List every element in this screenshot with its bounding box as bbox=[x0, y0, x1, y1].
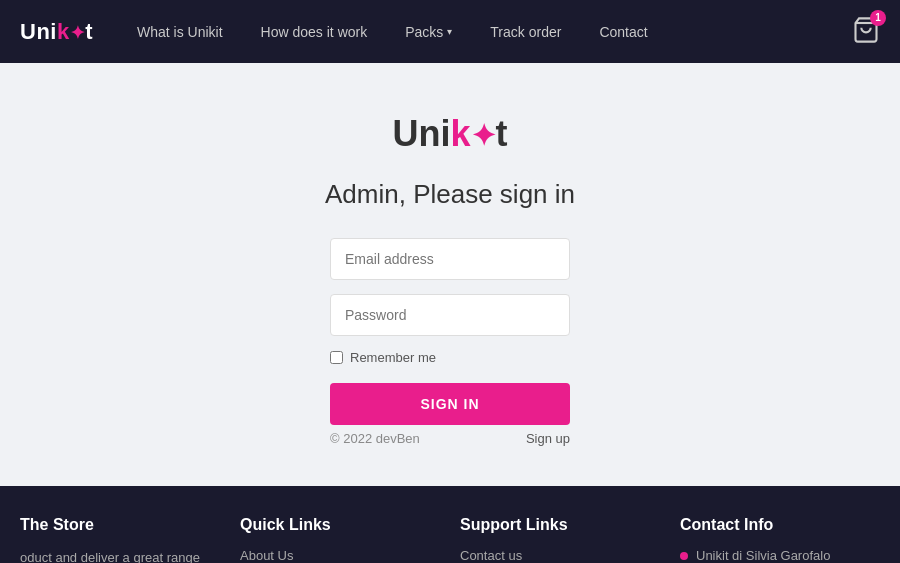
remember-label: Remember me bbox=[350, 350, 436, 365]
contact-label: Unikit di Silvia Garofalo bbox=[696, 548, 830, 563]
footer-contact-info-title: Contact Info bbox=[680, 516, 880, 534]
nav-packs[interactable]: Packs ▾ bbox=[391, 16, 466, 48]
email-input[interactable] bbox=[330, 238, 570, 280]
footer-support-links-title: Support Links bbox=[460, 516, 660, 534]
nav-track-order[interactable]: Track order bbox=[476, 16, 575, 48]
copyright-text: © 2022 devBen bbox=[330, 431, 420, 446]
footer-link-contact-us[interactable]: Contact us bbox=[460, 548, 660, 563]
nav-what-is-unikit[interactable]: What is Unikit bbox=[123, 16, 237, 48]
footer-store-title: The Store bbox=[20, 516, 220, 534]
nav-contact[interactable]: Contact bbox=[585, 16, 661, 48]
contact-dot-icon bbox=[680, 552, 688, 560]
packs-chevron-icon: ▾ bbox=[447, 26, 452, 37]
footer-contact-info: Contact Info Unikit di Silvia Garofalo bbox=[680, 516, 880, 563]
footer: The Store oduct and deliver a great rang… bbox=[0, 486, 900, 563]
footer-quick-links: Quick Links About Us bbox=[240, 516, 440, 563]
brand-logo: Unik✦t bbox=[392, 113, 507, 155]
form-footer: © 2022 devBen Sign up bbox=[330, 431, 570, 446]
footer-store: The Store oduct and deliver a great rang… bbox=[20, 516, 220, 563]
nav-logo[interactable]: Unik✦t bbox=[20, 19, 93, 45]
footer-quick-links-title: Quick Links bbox=[240, 516, 440, 534]
signin-heading: Admin, Please sign in bbox=[325, 179, 575, 210]
nav-how-does-it-work[interactable]: How does it work bbox=[247, 16, 382, 48]
footer-link-about-us[interactable]: About Us bbox=[240, 548, 440, 563]
main-content: Unik✦t Admin, Please sign in Remember me… bbox=[0, 63, 900, 486]
remember-checkbox[interactable] bbox=[330, 351, 343, 364]
signup-link[interactable]: Sign up bbox=[526, 431, 570, 446]
footer-support-links: Support Links Contact us bbox=[460, 516, 660, 563]
navbar: Unik✦t What is Unikit How does it work P… bbox=[0, 0, 900, 63]
remember-me-row: Remember me bbox=[330, 350, 570, 365]
cart-button[interactable]: 1 bbox=[852, 16, 880, 48]
password-input[interactable] bbox=[330, 294, 570, 336]
signin-button[interactable]: SIGN IN bbox=[330, 383, 570, 425]
cart-badge: 1 bbox=[870, 10, 886, 26]
nav-links: What is Unikit How does it work Packs ▾ … bbox=[123, 16, 852, 48]
login-form: Remember me SIGN IN bbox=[330, 238, 570, 425]
footer-store-desc: oduct and deliver a great range bbox=[20, 548, 220, 563]
footer-contact-item: Unikit di Silvia Garofalo bbox=[680, 548, 880, 563]
